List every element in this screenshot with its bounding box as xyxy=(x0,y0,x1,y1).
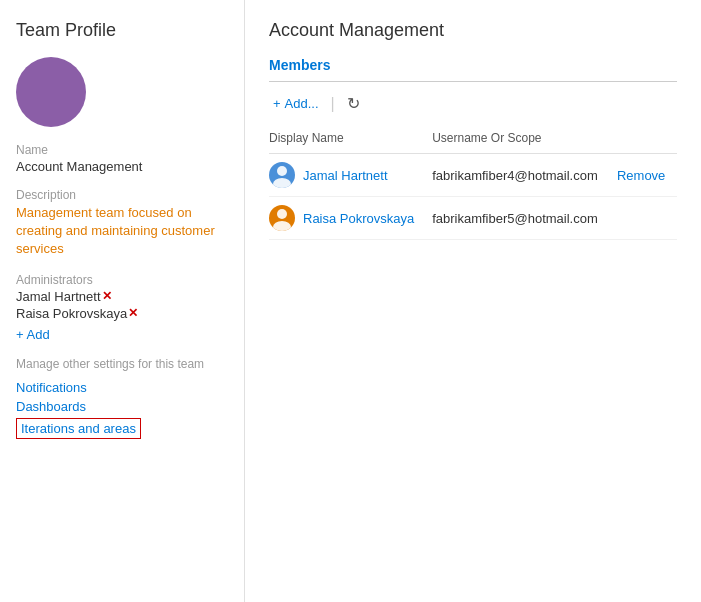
toolbar-separator: | xyxy=(331,95,335,113)
remove-member-1-link[interactable]: Remove xyxy=(617,168,665,183)
admin-item-2: Raisa Pokrovskaya ✕ xyxy=(16,306,228,321)
remove-admin-2-icon[interactable]: ✕ xyxy=(128,306,138,320)
team-avatar xyxy=(16,57,86,127)
name-value: Account Management xyxy=(16,159,228,174)
svg-point-3 xyxy=(273,178,291,188)
add-icon: + xyxy=(273,96,281,111)
sidebar-link-iterations-areas[interactable]: Iterations and areas xyxy=(16,418,141,439)
table-row: Raisa Pokrovskaya fabrikamfiber5@hotmail… xyxy=(269,197,677,240)
add-button-label: Add... xyxy=(285,96,319,111)
administrators-label: Administrators xyxy=(16,273,228,287)
page-title: Account Management xyxy=(269,20,677,41)
add-admin-link[interactable]: + Add xyxy=(16,327,50,342)
remove-admin-1-icon[interactable]: ✕ xyxy=(102,289,112,303)
member-name-cell-1: Jamal Hartnett xyxy=(269,154,432,197)
sidebar: Team Profile Name Account Management Des… xyxy=(0,0,245,602)
add-member-button[interactable]: + Add... xyxy=(269,94,323,113)
member-display-name-2[interactable]: Raisa Pokrovskaya xyxy=(303,211,414,226)
main-content: Account Management Members + Add... | ↻ … xyxy=(245,0,701,602)
refresh-button[interactable]: ↻ xyxy=(343,92,364,115)
admin-item: Jamal Hartnett ✕ xyxy=(16,289,228,304)
svg-point-5 xyxy=(273,221,291,231)
section-members-header: Members xyxy=(269,57,677,73)
sidebar-title: Team Profile xyxy=(16,20,228,41)
member-username-1: fabrikamfiber4@hotmail.com xyxy=(432,154,617,197)
col-username: Username Or Scope xyxy=(432,127,617,154)
name-label: Name xyxy=(16,143,228,157)
manage-settings-text: Manage other settings for this team xyxy=(16,356,228,373)
member-username-2: fabrikamfiber5@hotmail.com xyxy=(432,197,617,240)
description-label: Description xyxy=(16,188,228,202)
sidebar-link-dashboards[interactable]: Dashboards xyxy=(16,399,228,414)
member-name-cell-2: Raisa Pokrovskaya xyxy=(269,197,432,240)
admin-name-1: Jamal Hartnett xyxy=(16,289,101,304)
col-actions xyxy=(617,127,677,154)
description-value: Management team focused on creating and … xyxy=(16,204,228,259)
svg-point-2 xyxy=(277,166,287,176)
table-row: Jamal Hartnett fabrikamfiber4@hotmail.co… xyxy=(269,154,677,197)
section-divider xyxy=(269,81,677,82)
col-display-name: Display Name xyxy=(269,127,432,154)
svg-point-4 xyxy=(277,209,287,219)
table-header-row: Display Name Username Or Scope xyxy=(269,127,677,154)
member-display-name-1[interactable]: Jamal Hartnett xyxy=(303,168,388,183)
members-table: Display Name Username Or Scope Jamal xyxy=(269,127,677,240)
admin-name-2: Raisa Pokrovskaya xyxy=(16,306,127,321)
member-actions-2 xyxy=(617,197,677,240)
member-actions-1: Remove xyxy=(617,154,677,197)
sidebar-link-notifications[interactable]: Notifications xyxy=(16,380,228,395)
member-avatar-2 xyxy=(269,205,295,231)
member-avatar-1 xyxy=(269,162,295,188)
members-toolbar: + Add... | ↻ xyxy=(269,92,677,115)
